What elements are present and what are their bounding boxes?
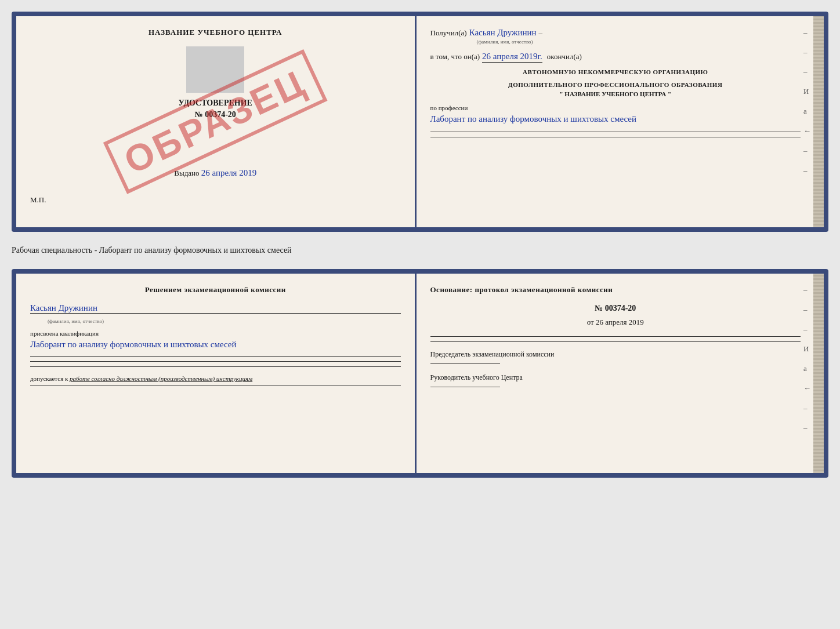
- bottom-person-name: Касьян Дружинин: [30, 303, 97, 312]
- top-certificate-card: НАЗВАНИЕ УЧЕБНОГО ЦЕНТРА ОБРАЗЕЦ УДОСТОВ…: [12, 12, 828, 232]
- side-marks-bottom: – – – И а ← – –: [803, 285, 811, 432]
- допускается-label: допускается к: [30, 375, 68, 382]
- recipient-name: Касьян Дружинин: [469, 28, 537, 38]
- decision-title: Решением экзаменационной комиссии: [30, 285, 401, 294]
- right-sig-1: [430, 336, 801, 337]
- допускается-block: допускается к работе согласно должностны…: [30, 375, 401, 382]
- issued-label: Выдано: [174, 169, 199, 177]
- mp-label: М.П.: [30, 195, 401, 205]
- bottom-certificate-card: Решением экзаменационной комиссии Касьян…: [12, 269, 828, 478]
- org-center-name: НАЗВАНИЕ УЧЕБНОГО ЦЕНТРА: [564, 90, 666, 97]
- protocol-date: от 26 апреля 2019: [430, 318, 801, 327]
- bottom-cert-right: Основание: протокол экзаменационной коми…: [417, 274, 824, 473]
- received-line: Получил(а) Касьян Дружинин –: [430, 28, 801, 38]
- chairman-sign-line: [430, 363, 500, 364]
- допускается-text: работе согласно должностным (производств…: [70, 375, 252, 382]
- bottom-sig-3: [30, 366, 401, 367]
- org-name: " НАЗВАНИЕ УЧЕБНОГО ЦЕНТРА ": [430, 90, 801, 97]
- fio-note-top: (фамилия, имя, отчество): [477, 39, 801, 45]
- completion-date: 26 апреля 2019г.: [482, 52, 542, 63]
- protocol-date-value: 26 апреля 2019: [596, 318, 644, 326]
- org-line2: ДОПОЛНИТЕЛЬНОГО ПРОФЕССИОНАЛЬНОГО ОБРАЗО…: [430, 81, 801, 88]
- osnov-title: Основание: протокол экзаменационной коми…: [430, 285, 801, 294]
- qual-label: присвоена квалификация: [30, 330, 401, 337]
- received-label: Получил(а): [430, 28, 467, 38]
- top-cert-right: Получил(а) Касьян Дружинин – (фамилия, и…: [417, 16, 824, 227]
- top-cert-title: НАЗВАНИЕ УЧЕБНОГО ЦЕНТРА: [30, 28, 401, 37]
- org-line1: АВТОНОМНУЮ НЕКОММЕРЧЕСКУЮ ОРГАНИЗАЦИЮ: [430, 68, 801, 75]
- specialty-text: Рабочая специальность - Лаборант по анал…: [12, 242, 828, 259]
- seal-placeholder: [186, 46, 244, 93]
- chairman-label: Председатель экзаменационной комиссии: [430, 350, 801, 359]
- profession-label: по профессии: [430, 104, 801, 111]
- okonchill-label: окончил(а): [547, 52, 582, 61]
- org-name-close: ": [668, 90, 671, 97]
- name-underline: [30, 313, 401, 314]
- udost-label: УДОСТОВЕРЕНИЕ: [30, 99, 401, 108]
- cert-number: № 00374-20: [30, 110, 401, 119]
- top-cert-left: НАЗВАНИЕ УЧЕБНОГО ЦЕНТРА ОБРАЗЕЦ УДОСТОВ…: [16, 16, 415, 227]
- issued-date-value: 26 апреля 2019: [201, 168, 257, 177]
- issued-date: Выдано 26 апреля 2019: [30, 168, 401, 178]
- page-container: НАЗВАНИЕ УЧЕБНОГО ЦЕНТРА ОБРАЗЕЦ УДОСТОВ…: [12, 12, 828, 478]
- bottom-fio-note: (фамилия, имя, отчество): [48, 318, 401, 324]
- bottom-cert-left: Решением экзаменационной комиссии Касьян…: [16, 274, 415, 473]
- side-marks-top: – – – И а ← – –: [803, 28, 811, 175]
- sig-line-2: [430, 137, 801, 137]
- bottom-sig-1: [30, 356, 401, 357]
- vtom-label: в том, что он(а): [430, 52, 480, 61]
- vtom-line: в том, что он(а) 26 апреля 2019г. окончи…: [430, 52, 801, 63]
- date-prefix: от: [587, 318, 594, 326]
- sig-line-1: [430, 132, 801, 132]
- protocol-number: № 00374-20: [430, 304, 801, 313]
- director-label: Руководитель учебного Центра: [430, 373, 801, 382]
- org-name-open: ": [560, 90, 563, 97]
- qualification-value: Лаборант по анализу формовочных и шихтов…: [30, 338, 401, 351]
- right-sig-2: [430, 341, 801, 342]
- bottom-sig-4: [30, 386, 401, 386]
- director-sign-line: [430, 387, 500, 387]
- profession-value: Лаборант по анализу формовочных и шихтов…: [430, 112, 801, 126]
- bottom-sig-2: [30, 361, 401, 362]
